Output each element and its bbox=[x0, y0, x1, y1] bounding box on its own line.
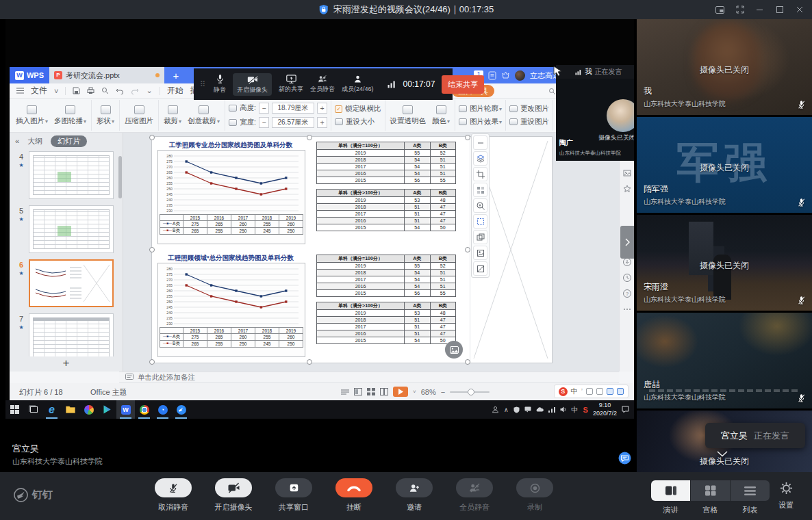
tab-slides[interactable]: 幻灯片 bbox=[51, 135, 87, 147]
wps-taskbar-icon[interactable]: W bbox=[116, 400, 135, 419]
maximize-icon[interactable] bbox=[770, 0, 789, 19]
sogou-tray-icon[interactable]: S bbox=[583, 406, 588, 414]
ribbon-item[interactable]: 压缩图片 bbox=[123, 105, 155, 126]
selection-handle[interactable] bbox=[307, 359, 312, 365]
chat-button[interactable] bbox=[618, 452, 631, 465]
ime-skin-icon[interactable] bbox=[617, 388, 624, 395]
onedrive-tray-icon[interactable] bbox=[536, 407, 544, 412]
toolbar-invite-button[interactable]: 邀请 bbox=[396, 478, 433, 512]
ribbon-item[interactable]: 裁剪▾ bbox=[162, 105, 183, 126]
view-list-view-button[interactable]: 列表 bbox=[731, 480, 770, 515]
media-pane-icon[interactable] bbox=[622, 168, 632, 178]
undo-icon[interactable] bbox=[116, 88, 124, 94]
more-icon[interactable] bbox=[622, 304, 632, 314]
save-icon[interactable] bbox=[73, 87, 80, 94]
selection-handle[interactable] bbox=[149, 135, 155, 140]
scroll-down-icon[interactable] bbox=[717, 451, 728, 457]
reading-view-icon[interactable] bbox=[380, 388, 388, 395]
crop-icon[interactable] bbox=[473, 167, 487, 181]
collapse-icon[interactable] bbox=[473, 135, 487, 150]
meetbar-camera-button[interactable]: 开启摄像头 bbox=[233, 73, 272, 96]
network-tray-icon[interactable] bbox=[548, 406, 555, 413]
participant-tile-1[interactable]: 摄像头已关闭我山东科技大学泰山科技学院 bbox=[637, 19, 812, 115]
ribbon-item[interactable]: 重设大小 bbox=[335, 117, 381, 127]
ime-mic-icon[interactable] bbox=[596, 388, 603, 395]
favorites-icon[interactable] bbox=[622, 184, 632, 194]
panel-expand-handle[interactable] bbox=[620, 226, 634, 259]
document-tab[interactable]: P考研交流会.pptx bbox=[49, 67, 164, 83]
action-center-icon[interactable] bbox=[622, 406, 629, 413]
toolbar-hangup-button[interactable]: 挂断 bbox=[335, 478, 372, 512]
fullscreen-icon[interactable] bbox=[730, 0, 750, 19]
insert-image-button[interactable] bbox=[445, 341, 463, 359]
selection-handle[interactable] bbox=[149, 247, 155, 252]
menu-home[interactable]: 开始 bbox=[167, 85, 183, 96]
slide-canvas[interactable]: 工学照顾专业总分国家线趋势图及单科分数230235240245250255260… bbox=[152, 137, 552, 363]
history-icon[interactable] bbox=[622, 273, 632, 283]
ribbon-item[interactable]: 重设图片 bbox=[509, 117, 549, 127]
meetbar-mute-button[interactable]: 静音 bbox=[214, 74, 226, 94]
pip-mode-icon[interactable] bbox=[710, 0, 730, 19]
normal-view-icon[interactable] bbox=[354, 388, 362, 395]
view-grid-view-button[interactable]: 宫格 bbox=[691, 480, 730, 515]
size-value[interactable]: 18.79厘米 bbox=[272, 103, 314, 114]
slideshow-play-button[interactable] bbox=[393, 387, 408, 397]
ribbon-item[interactable]: 插入图片▾ bbox=[14, 105, 49, 126]
selection-handle[interactable] bbox=[465, 247, 470, 252]
fill-diagonal-icon[interactable] bbox=[473, 261, 487, 276]
ribbon-item[interactable]: 形状▾ bbox=[95, 105, 116, 126]
ime-mode-tray[interactable]: 中 bbox=[572, 405, 579, 415]
minimize-icon[interactable] bbox=[750, 0, 770, 19]
new-tab-button[interactable]: + bbox=[164, 67, 188, 83]
doc-icon[interactable] bbox=[488, 71, 496, 80]
tab-outline[interactable]: 大纲 bbox=[27, 136, 42, 146]
selection-handle[interactable] bbox=[465, 135, 470, 140]
selection-handle[interactable] bbox=[307, 135, 312, 140]
download-icon[interactable] bbox=[622, 257, 632, 267]
stepper-minus[interactable]: − bbox=[259, 117, 269, 128]
slide-thumbnail-5[interactable] bbox=[29, 205, 114, 253]
ribbon-item[interactable]: 图片效果▾ bbox=[459, 117, 502, 127]
start-button[interactable] bbox=[5, 400, 24, 419]
ribbon-item[interactable]: 多图轮播▾ bbox=[53, 105, 88, 126]
slide-thumbnail-6[interactable] bbox=[29, 259, 114, 307]
menu-file[interactable]: 文件 bbox=[31, 85, 47, 96]
ime-emoji-icon[interactable] bbox=[586, 388, 593, 395]
ribbon-item[interactable]: 创意裁剪▾ bbox=[186, 105, 221, 126]
participant-tile-2[interactable]: 军强摄像头已关闭隋军强山东科技大学泰山科技学院 bbox=[637, 117, 812, 213]
slide-thumbnail-4[interactable] bbox=[29, 151, 114, 199]
ribbon-item[interactable]: 图片轮廓▾ bbox=[459, 104, 502, 114]
toolbar-share-window-button[interactable]: 共享窗口 bbox=[275, 478, 312, 512]
participant-tile-3[interactable]: 摄像头已关闭宋雨澄山东科技大学泰山科技学院 bbox=[637, 215, 812, 311]
add-slide-button[interactable]: + bbox=[10, 356, 123, 372]
redo-icon[interactable] bbox=[131, 88, 139, 94]
checkbox-checked-icon[interactable]: ✓ bbox=[335, 105, 342, 113]
pinwheel-app-icon[interactable] bbox=[79, 400, 98, 419]
ribbon-item[interactable]: 更改图片 bbox=[509, 104, 549, 114]
notes-bar[interactable]: 单击此处添加备注 bbox=[119, 372, 619, 383]
ribbon-item[interactable]: ✓锁定纵横比 bbox=[335, 104, 381, 114]
explorer-icon[interactable] bbox=[61, 400, 79, 419]
task-view-button[interactable] bbox=[24, 400, 42, 419]
help-icon[interactable]: ? bbox=[622, 289, 632, 298]
size-value[interactable]: 26.57厘米 bbox=[272, 117, 314, 128]
print-icon[interactable] bbox=[87, 87, 94, 94]
mini-participant-tile[interactable]: 摄像头已关闭 陶广 山东科技大学泰山科技学院 bbox=[556, 79, 634, 161]
volume-tray-icon[interactable] bbox=[560, 406, 567, 413]
participant-tile-4[interactable]: 唐喆山东科技大学泰山科技学院 bbox=[637, 313, 812, 408]
meetbar-newshare-button[interactable]: 新的共享 bbox=[279, 75, 303, 94]
panel-collapse-icon[interactable]: « bbox=[15, 137, 19, 145]
theme-name[interactable]: Office 主题 bbox=[90, 387, 127, 398]
defender-tray-icon[interactable] bbox=[513, 406, 520, 413]
teams-tray-icon[interactable] bbox=[524, 406, 531, 413]
ribbon-item[interactable]: 颜色▾ bbox=[431, 105, 451, 126]
slide-thumbnail-7[interactable] bbox=[29, 313, 114, 356]
panel-scrollbar[interactable] bbox=[118, 156, 122, 198]
end-share-button[interactable]: 结束共享 bbox=[442, 75, 484, 94]
close-icon[interactable] bbox=[789, 0, 809, 19]
hamburger-icon[interactable] bbox=[16, 88, 24, 94]
copy-icon[interactable] bbox=[473, 230, 487, 244]
sorter-view-icon[interactable] bbox=[367, 388, 375, 395]
zoom-slider[interactable] bbox=[450, 391, 490, 393]
edge-icon[interactable]: e bbox=[42, 400, 61, 419]
